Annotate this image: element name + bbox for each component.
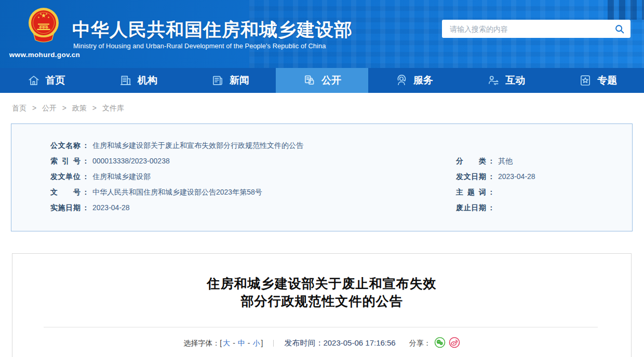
meta-row-index-number: 索引号：000013338/2023-00238 [50, 153, 303, 169]
article-title-line1: 住房和城乡建设部关于废止和宣布失效 [12, 274, 631, 292]
publish-time-value: 2023-05-06 17:16:56 [323, 338, 395, 347]
site-header: www.mohurd.gov.cn 中华人民共和国住房和城乡建设部 Minist… [0, 0, 644, 68]
newspaper-icon [211, 74, 224, 87]
star-box-icon [579, 74, 592, 87]
bracket-open: [ [220, 339, 222, 347]
nav-label: 首页 [46, 74, 65, 87]
nav-item-services[interactable]: 服务 [368, 68, 460, 93]
toolbar-divider [273, 340, 274, 347]
article-title-line2: 部分行政规范性文件的公告 [12, 292, 631, 310]
nav-label: 新闻 [230, 74, 249, 87]
nav-item-open-gov[interactable]: 公开 [276, 68, 368, 93]
font-size-medium-link[interactable]: 中 [238, 339, 245, 347]
title-divider [44, 327, 598, 327]
breadcrumb-separator: > [92, 104, 97, 112]
national-emblem-icon [26, 6, 61, 47]
meta-left-column: 公文名称：住房和城乡建设部关于废止和宣布失效部分行政规范性文件的公告 索引号：0… [50, 138, 303, 215]
font-size-large-link[interactable]: 大 [223, 339, 230, 347]
article-title: 住房和城乡建设部关于废止和宣布失效 部分行政规范性文件的公告 [12, 274, 631, 310]
nav-label: 服务 [413, 74, 433, 87]
bracket-close: ] [261, 339, 263, 347]
meta-row-issue-date: 发文日期：2023-04-28 [456, 169, 535, 184]
nav-label: 机构 [138, 74, 157, 87]
font-size-label: 选择字体： [183, 339, 220, 347]
breadcrumb-policy[interactable]: 政策 [72, 104, 87, 112]
breadcrumb-separator: > [62, 104, 66, 112]
font-size-small-link[interactable]: 小 [253, 339, 260, 347]
site-url: www.mohurd.gov.cn [7, 51, 82, 59]
meta-row-category: 分类：其他 [456, 153, 535, 169]
search-button[interactable] [614, 23, 625, 35]
breadcrumb: 首页 > 公开 > 政策 > 文件库 [12, 104, 124, 113]
interaction-arrows-icon [487, 74, 500, 87]
share-label: 分享： [409, 339, 431, 347]
site-title-english: Ministry of Housing and Urban-Rural Deve… [73, 42, 326, 50]
nav-item-org[interactable]: 机构 [92, 68, 184, 93]
nav-item-topics[interactable]: 专题 [552, 68, 644, 93]
nav-label: 专题 [597, 74, 617, 87]
main-nav: 首页 机构 新闻 公开 [0, 68, 644, 93]
breadcrumb-open-gov[interactable]: 公开 [42, 104, 57, 112]
nav-item-home[interactable]: 首页 [0, 68, 92, 93]
home-icon [27, 74, 41, 87]
documents-lock-icon [303, 74, 316, 87]
mohurd-page: www.mohurd.gov.cn 中华人民共和国住房和城乡建设部 Minist… [0, 0, 644, 357]
search-icon [614, 23, 625, 35]
document-meta-card: 公文名称：住房和城乡建设部关于废止和宣布失效部分行政规范性文件的公告 索引号：0… [11, 123, 633, 231]
nav-label: 公开 [321, 74, 341, 87]
meta-row-doc-name: 公文名称：住房和城乡建设部关于废止和宣布失效部分行政规范性文件的公告 [50, 138, 303, 153]
meta-row-repeal-date: 废止日期： [456, 200, 535, 215]
breadcrumb-separator: > [32, 104, 36, 112]
site-title-chinese: 中华人民共和国住房和城乡建设部 [72, 18, 353, 42]
nav-item-news[interactable]: 新闻 [184, 68, 276, 93]
building-photo-corner [608, 0, 644, 20]
article-card: 住房和城乡建设部关于废止和宣布失效 部分行政规范性文件的公告 选择字体：[大-中… [12, 253, 632, 357]
service-person-icon [395, 74, 408, 87]
nav-label: 互动 [505, 74, 525, 87]
meta-row-implement-date: 实施日期：2023-04-28 [50, 200, 303, 215]
breadcrumb-current: 文件库 [102, 104, 124, 112]
weibo-share-icon[interactable] [449, 337, 460, 348]
breadcrumb-home[interactable]: 首页 [12, 104, 26, 112]
meta-row-issuing-unit: 发文单位：住房和城乡建设部 [50, 169, 303, 184]
article-toolbar: 选择字体：[大-中-小]发布时间：2023-05-06 17:16:56分享： [12, 335, 631, 351]
search-input[interactable] [442, 20, 611, 38]
publish-time-label: 发布时间： [284, 338, 323, 347]
meta-row-subject-words: 主题词： [456, 184, 535, 200]
search-box [442, 20, 630, 38]
building-icon [119, 74, 132, 87]
nav-item-interact[interactable]: 互动 [460, 68, 552, 93]
meta-row-doc-number: 文号：中华人民共和国住房和城乡建设部公告2023年第58号 [50, 184, 303, 200]
meta-right-column: 分类：其他 发文日期：2023-04-28 主题词： 废止日期： [456, 153, 535, 215]
wechat-share-icon[interactable] [434, 337, 446, 348]
